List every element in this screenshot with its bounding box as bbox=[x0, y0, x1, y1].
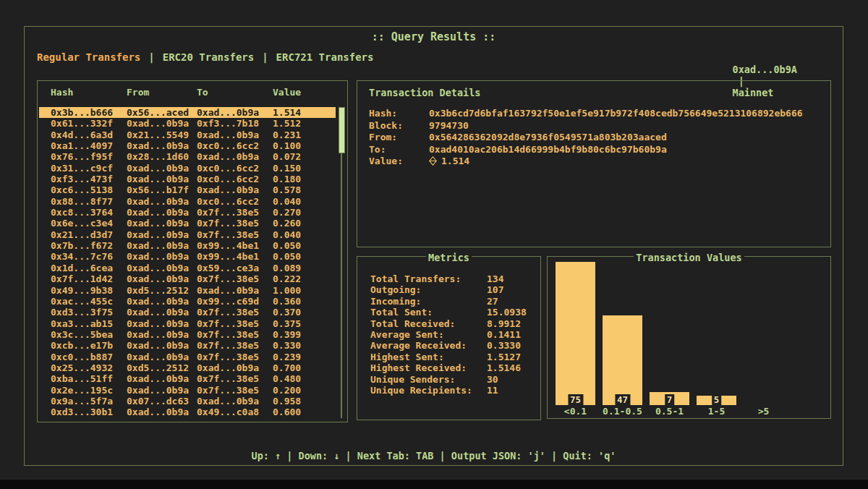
table-row[interactable]: 0xba...51ff0xad...0b9a0x7f...38e50.480 bbox=[39, 373, 336, 384]
table-row[interactable]: 0x3b...b6660x56...aced0xad...0b9a1.514 bbox=[39, 107, 336, 118]
cell-to: 0x7f...38e5 bbox=[197, 229, 273, 240]
scrollbar-thumb[interactable] bbox=[339, 107, 345, 153]
metric-row: Outgoing:107 bbox=[370, 284, 527, 295]
cell-hash: 0xac...455c bbox=[51, 296, 127, 307]
detail-label: Block: bbox=[369, 120, 429, 132]
cell-value: 0.600 bbox=[273, 407, 336, 417]
metric-label: Outgoing: bbox=[370, 284, 487, 295]
keybinding-hints: Up: ↑ | Down: ↓ | Next Tab: TAB | Output… bbox=[25, 450, 843, 462]
cell-hash: 0x6e...c3e4 bbox=[51, 218, 127, 229]
transfers-table-panel: Hash From To Value 0x3b...b6660x56...ace… bbox=[37, 80, 348, 422]
table-row[interactable]: 0xd3...3f750xad...0b9a0x7f...38e50.370 bbox=[39, 307, 336, 318]
table-row[interactable]: 0x88...8f770xad...0b9a0xc0...6cc20.040 bbox=[39, 196, 336, 207]
tab-separator: | bbox=[262, 51, 268, 63]
table-row[interactable]: 0x2e...195c0xad...0b9a0x7f...38e50.200 bbox=[39, 385, 336, 396]
cell-to: 0xf3...7b18 bbox=[197, 118, 273, 129]
table-row[interactable]: 0xd3...30b10xad...0b9a0x49...c0a80.600 bbox=[39, 407, 336, 417]
scrollbar-track bbox=[341, 107, 342, 418]
bar-value-label: 7 bbox=[665, 394, 675, 405]
column-header-hash: Hash bbox=[51, 87, 127, 98]
x-axis-label: >5 bbox=[744, 406, 783, 417]
cell-to: 0xc0...6cc2 bbox=[197, 163, 273, 174]
cell-from: 0xad...0b9a bbox=[127, 307, 197, 318]
table-row[interactable]: 0x49...9b380xd5...25120xad...0b9a1.000 bbox=[39, 285, 336, 296]
tab-regular-transfers[interactable]: Regular Transfers bbox=[37, 51, 140, 63]
cell-value: 1.514 bbox=[273, 107, 336, 118]
cell-hash: 0xba...51ff bbox=[51, 373, 127, 384]
cell-from: 0xad...0b9a bbox=[127, 373, 197, 384]
table-row[interactable]: 0xa1...40970xad...0b9a0xc0...6cc20.100 bbox=[39, 140, 336, 151]
metric-row: Average Sent:0.1411 bbox=[370, 329, 527, 340]
cell-to: 0xad...0b9a bbox=[197, 184, 273, 195]
cell-hash: 0x25...4932 bbox=[51, 362, 127, 373]
table-row[interactable]: 0x34...7c760xad...0b9a0x99...4be10.050 bbox=[39, 251, 336, 262]
cell-to: 0x7f...38e5 bbox=[197, 373, 273, 384]
table-row[interactable]: 0x9a...5f7a0x07...dc630xad...0b9a0.958 bbox=[39, 396, 336, 407]
cell-hash: 0x7f...1d42 bbox=[51, 273, 127, 284]
cell-from: 0xad...0b9a bbox=[127, 251, 197, 262]
desktop-bottom-band bbox=[0, 480, 868, 489]
cell-to: 0xad...0b9a bbox=[197, 362, 273, 373]
table-row[interactable]: 0xc0...b8870xad...0b9a0x7f...38e50.239 bbox=[39, 352, 336, 362]
cell-to: 0x7f...38e5 bbox=[197, 218, 273, 229]
tab-erc721-transfers[interactable]: ERC721 Transfers bbox=[276, 51, 374, 63]
cell-from: 0xad...0b9a bbox=[127, 407, 197, 417]
cell-to: 0xc0...6cc2 bbox=[197, 196, 273, 207]
x-axis-label: 0.1-0.5 bbox=[603, 406, 642, 417]
table-row[interactable]: 0xc8...37640xad...0b9a0x7f...38e50.270 bbox=[39, 207, 336, 218]
table-row[interactable]: 0x7b...f6720xad...0b9a0x99...4be10.050 bbox=[39, 240, 336, 251]
table-row[interactable]: 0x21...d3d70xad...0b9a0x7f...38e50.040 bbox=[39, 229, 336, 240]
table-row[interactable]: 0x6e...c3e40xad...0b9a0x7f...38e50.260 bbox=[39, 218, 336, 229]
table-row[interactable]: 0x4d...6a3d0x21...55490xad...0b9a0.231 bbox=[39, 129, 336, 140]
detail-field: Value:1.514 bbox=[369, 156, 803, 168]
metric-value: 1.5127 bbox=[487, 352, 521, 362]
metric-value: 8.9912 bbox=[487, 318, 521, 329]
cell-hash: 0x1d...6cea bbox=[51, 263, 127, 273]
cell-to: 0x7f...38e5 bbox=[197, 340, 273, 351]
metric-label: Total Received: bbox=[370, 318, 487, 329]
table-row[interactable]: 0xf3...473f0xad...0b9a0xc0...6cc20.180 bbox=[39, 174, 336, 184]
column-header-from: From bbox=[127, 87, 197, 98]
table-row[interactable]: 0x76...f95f0x28...1d600xad...0b9a0.072 bbox=[39, 151, 336, 162]
cell-to: 0x99...c69d bbox=[197, 296, 273, 307]
cell-from: 0xad...0b9a bbox=[127, 340, 197, 351]
cell-value: 0.375 bbox=[273, 318, 336, 329]
metric-value: 0.3330 bbox=[487, 340, 521, 351]
table-row[interactable]: 0x3c...5bea0xad...0b9a0x7f...38e50.399 bbox=[39, 329, 336, 340]
table-row[interactable]: 0xa3...ab150xad...0b9a0x7f...38e50.375 bbox=[39, 318, 336, 329]
table-row[interactable]: 0xac...455c0xad...0b9a0x99...c69d0.360 bbox=[39, 296, 336, 307]
cell-to: 0xad...0b9a bbox=[197, 107, 273, 118]
cell-from: 0x56...b17f bbox=[127, 184, 197, 195]
cell-from: 0xad...0b9a bbox=[127, 163, 197, 174]
table-row[interactable]: 0x1d...6cea0xad...0b9a0x59...ce3a0.089 bbox=[39, 263, 336, 273]
metric-label: Incoming: bbox=[370, 296, 487, 307]
table-row[interactable]: 0x25...49320xd5...25120xad...0b9a0.700 bbox=[39, 362, 336, 373]
table-row[interactable]: 0x7f...1d420xad...0b9a0x7f...38e50.222 bbox=[39, 273, 336, 284]
cell-from: 0xad...0b9a bbox=[127, 118, 197, 129]
table-row[interactable]: 0xc6...51380x56...b17f0xad...0b9a0.578 bbox=[39, 184, 336, 195]
table-row[interactable]: 0x31...c9cf0xad...0b9a0xc0...6cc20.150 bbox=[39, 163, 336, 174]
metric-row: Highest Received:1.5146 bbox=[370, 362, 527, 373]
metric-value: 1.5146 bbox=[487, 362, 521, 373]
transfer-rows: 0x3b...b6660x56...aced0xad...0b9a1.5140x… bbox=[39, 107, 336, 418]
cell-value: 0.360 bbox=[273, 296, 336, 307]
column-header-to: To bbox=[197, 87, 273, 98]
details-fields: Hash:0x3b6cd7d6bfaf163792f50e1ef5e917b97… bbox=[369, 108, 803, 168]
cell-value: 0.040 bbox=[273, 196, 336, 207]
cell-hash: 0x21...d3d7 bbox=[51, 229, 127, 240]
cell-value: 0.231 bbox=[273, 129, 336, 140]
metric-row: Unique Senders:30 bbox=[370, 374, 527, 385]
metric-label: Unique Recipients: bbox=[370, 385, 487, 396]
cell-to: 0x7f...38e5 bbox=[197, 273, 273, 284]
tab-erc20-transfers[interactable]: ERC20 Transfers bbox=[163, 51, 254, 63]
cell-from: 0xad...0b9a bbox=[127, 140, 197, 151]
detail-value: 0x564286362092d8e7936f0549571a803b203aac… bbox=[429, 132, 667, 144]
table-row[interactable]: 0xcb...e17b0xad...0b9a0x7f...38e50.330 bbox=[39, 340, 336, 351]
table-row[interactable]: 0x61...332f0xad...0b9a0xf3...7b181.512 bbox=[39, 118, 336, 129]
app-window: :: Query Results :: Regular Transfers | … bbox=[24, 26, 843, 466]
cell-value: 0.399 bbox=[273, 329, 336, 340]
detail-field: From:0x564286362092d8e7936f0549571a803b2… bbox=[369, 132, 803, 144]
page-title: :: Query Results :: bbox=[25, 30, 843, 43]
cell-from: 0xad...0b9a bbox=[127, 196, 197, 207]
metric-value: 134 bbox=[487, 273, 503, 284]
